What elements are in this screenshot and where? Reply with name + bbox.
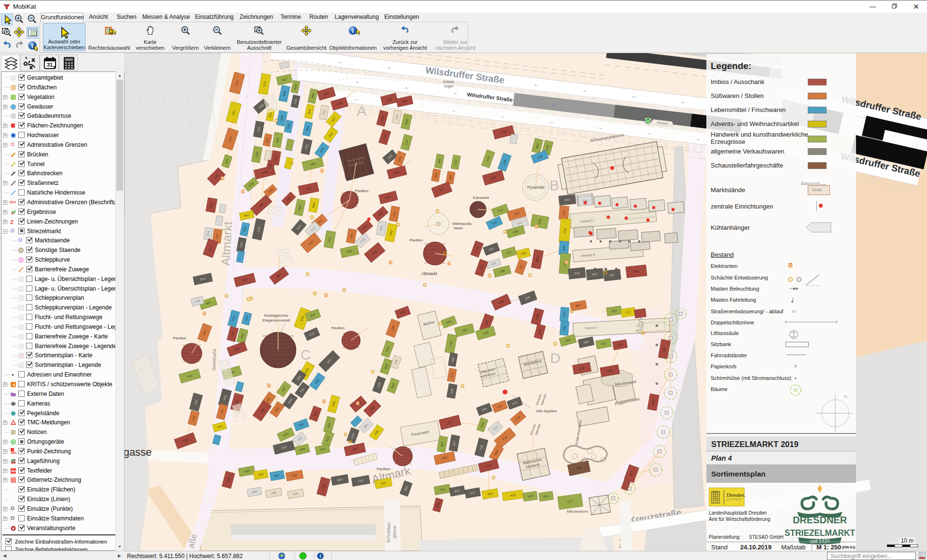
svg-text:←: ← (680, 99, 686, 105)
svg-text:gasse: gasse (392, 525, 397, 538)
svg-text:gasse: gasse (125, 446, 152, 458)
svg-text:Pavillon: Pavillon (173, 336, 186, 340)
svg-text:←: ← (355, 79, 360, 84)
svg-text:→: → (695, 136, 701, 142)
svg-text:←: ← (583, 87, 588, 93)
svg-text:Schwib-: Schwib- (443, 80, 456, 84)
svg-text:Altmarkt: Altmarkt (421, 271, 437, 276)
svg-text:Seestraße: Seestraße (211, 348, 217, 371)
svg-text:Info-System: Info-System (536, 409, 557, 413)
svg-text:C: C (300, 347, 311, 363)
svg-text:←: ← (632, 93, 637, 99)
svg-text:Z: Z (448, 262, 449, 265)
svg-text:Altmarkt: Altmarkt (219, 221, 235, 266)
svg-text:Weihnachts-: Weihnachts- (452, 222, 473, 226)
svg-text:Märchenturm: Märchenturm (567, 509, 588, 514)
svg-text:←: ← (551, 101, 556, 107)
svg-text:A52: A52 (563, 325, 566, 331)
svg-text:B44: B44 (562, 245, 566, 251)
svg-text:A: A (357, 103, 366, 119)
svg-text:N: N (844, 394, 847, 399)
svg-text:B49: B49 (574, 271, 580, 275)
svg-text:Etagenkarussell: Etagenkarussell (263, 318, 290, 322)
svg-text:Z: Z (222, 177, 223, 180)
svg-text:Z: Z (325, 294, 326, 297)
svg-text:→: → (646, 130, 652, 136)
svg-text:Z: Z (357, 402, 358, 405)
svg-text:10 m: 10 m (901, 537, 914, 544)
svg-text:D: D (550, 350, 561, 366)
svg-text:→: → (500, 113, 505, 119)
svg-text:←: ← (387, 64, 392, 70)
svg-text:C20: C20 (562, 210, 566, 216)
svg-text:←: ← (534, 82, 539, 87)
svg-text:Z: Z (203, 312, 205, 315)
svg-text:D30: D30 (563, 311, 566, 317)
svg-text:B25: B25 (592, 272, 598, 276)
svg-text:Karussell: Karussell (473, 196, 489, 200)
svg-text:Nostalgisches: Nostalgisches (264, 313, 288, 318)
svg-text:Bassin 4: Bassin 4 (585, 326, 598, 330)
svg-text:Z: Z (242, 190, 243, 193)
svg-text:Z: Z (390, 261, 391, 264)
svg-text:B: B (549, 177, 559, 193)
svg-text:C59: C59 (563, 228, 567, 234)
svg-text:Z: Z (535, 225, 537, 228)
svg-text:bogen: bogen (444, 84, 454, 88)
svg-text:Pavillon: Pavillon (355, 189, 368, 193)
svg-text:B22: B22 (633, 269, 639, 273)
svg-text:31: 31 (47, 62, 53, 68)
svg-text:←: ← (404, 84, 409, 90)
svg-text:baum: baum (454, 226, 463, 230)
svg-text:→: → (548, 119, 554, 125)
svg-text:Schreiber-: Schreiber- (385, 521, 392, 543)
svg-text:→: → (598, 125, 603, 130)
svg-text:Pavillon: Pavillon (409, 238, 423, 242)
svg-text:→: → (451, 107, 456, 113)
svg-text:←: ← (453, 90, 458, 96)
svg-text:D57: D57 (609, 273, 615, 277)
svg-text:Pavillon: Pavillon (331, 326, 345, 330)
svg-text:Z: Z (268, 384, 269, 387)
svg-text:DRESDNER: DRESDNER (793, 515, 847, 525)
svg-text:←: ← (338, 58, 343, 64)
svg-text:A54: A54 (564, 198, 570, 201)
svg-text:Z: Z (323, 400, 324, 403)
svg-text:STRIEZELMARKT: STRIEZELMARKT (785, 528, 855, 538)
svg-text:i: i (320, 554, 321, 559)
svg-text:Z: Z (565, 261, 567, 264)
svg-text:→: → (353, 96, 358, 102)
svg-text:Z: Z (321, 169, 323, 172)
